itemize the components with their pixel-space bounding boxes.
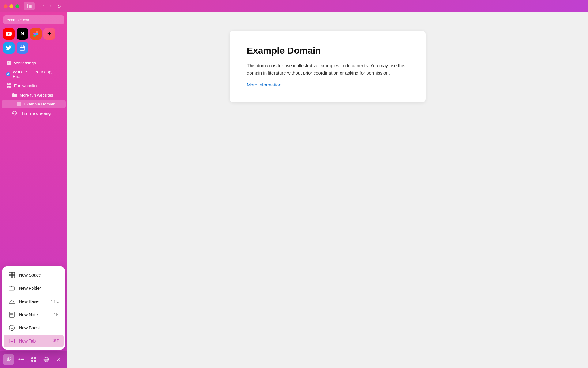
sidebar-item-drawing[interactable]: This is a drawing [2, 109, 66, 118]
svg-rect-3 [29, 7, 32, 8]
sidebar-toggle[interactable] [24, 2, 35, 10]
sidebar-item-example-domain[interactable]: Example Domain [2, 100, 66, 108]
svg-rect-15 [9, 86, 11, 88]
popup-new-space[interactable]: New Space [4, 269, 64, 282]
minimize-button[interactable] [9, 4, 13, 8]
popup-new-easel[interactable]: New Easel ⌃⇧E [4, 295, 64, 308]
traffic-lights [4, 4, 19, 8]
new-note-shortcut: ⌃N [53, 312, 59, 317]
new-space-label: New Space [19, 273, 59, 278]
main-layout: example.com N ✦ [0, 12, 588, 368]
sidebar-item-work-things[interactable]: Work things [2, 58, 66, 67]
bookmarks-row-1: N ✦ [0, 27, 67, 42]
bookmark-twitter[interactable] [3, 42, 15, 54]
svg-rect-17 [9, 272, 12, 275]
svg-point-33 [19, 359, 20, 360]
new-folder-icon [9, 285, 15, 292]
sidebar-item-workos[interactable]: W WorkOS — Your app, En... [2, 68, 66, 81]
sidebar-bottom-toolbar: 🖼 [0, 351, 67, 368]
profile-button[interactable]: 🖼 [3, 354, 14, 365]
dots-button[interactable] [16, 354, 27, 365]
address-bar[interactable]: example.com [3, 15, 64, 24]
sidebar-item-fun-websites[interactable]: Fun websites [2, 81, 66, 90]
svg-rect-10 [7, 63, 9, 65]
fun-websites-label: Fun websites [14, 83, 39, 88]
space-icon [6, 60, 12, 66]
new-note-label: New Note [19, 312, 49, 317]
popup-new-tab[interactable]: New Tab ⌘T [4, 335, 64, 347]
new-tab-popup-label: New Tab [19, 339, 49, 343]
new-tab-popup-icon [9, 338, 15, 344]
new-space-icon [9, 272, 15, 278]
bookmarks-row-2 [0, 42, 67, 57]
bookmark-figma[interactable] [30, 28, 42, 40]
more-fun-websites-label: More fun websites [20, 93, 53, 98]
svg-rect-5 [21, 45, 22, 47]
bookmark-calendar[interactable] [17, 42, 28, 54]
svg-rect-20 [12, 275, 15, 278]
svg-rect-19 [9, 275, 12, 278]
new-tab-popup-shortcut: ⌘T [53, 339, 59, 343]
svg-rect-2 [29, 6, 32, 7]
content-area: Example Domain This domain is for use in… [67, 12, 588, 368]
sidebar-item-more-fun-websites[interactable]: More fun websites [2, 90, 66, 100]
svg-rect-8 [7, 61, 9, 63]
bookmark-notion[interactable]: N [17, 28, 28, 40]
globe-button[interactable] [41, 354, 52, 365]
new-easel-shortcut: ⌃⇧E [50, 299, 59, 304]
svg-rect-6 [23, 45, 24, 47]
work-things-label: Work things [14, 61, 36, 65]
webpage-body: This domain is for use in illustrative e… [247, 62, 409, 77]
bookmark-youtube[interactable] [3, 28, 15, 40]
forward-button[interactable]: › [48, 2, 53, 10]
drawing-label: This is a drawing [20, 111, 51, 116]
svg-rect-9 [9, 61, 11, 63]
close-sidebar-button[interactable]: ✕ [53, 354, 64, 365]
webpage-card: Example Domain This domain is for use in… [230, 31, 426, 102]
new-boost-icon [9, 324, 15, 331]
grid-button[interactable] [28, 354, 39, 365]
bookmark-app1[interactable]: ✦ [43, 28, 55, 40]
easel-icon [12, 110, 17, 116]
workos-label: WorkOS — Your app, En... [13, 70, 61, 79]
back-button[interactable]: ‹ [41, 2, 46, 10]
svg-point-35 [22, 359, 24, 360]
svg-rect-18 [12, 272, 15, 275]
svg-rect-36 [31, 357, 33, 359]
new-easel-icon [9, 298, 15, 305]
webpage-more-info-link[interactable]: More information... [247, 82, 285, 87]
tab-favicon [17, 102, 21, 106]
svg-rect-11 [9, 63, 11, 65]
svg-rect-12 [7, 83, 9, 85]
svg-point-34 [21, 359, 22, 360]
nav-controls: ‹ › ↻ [41, 2, 63, 10]
popup-new-folder[interactable]: New Folder [4, 282, 64, 295]
svg-rect-7 [20, 47, 25, 48]
svg-rect-13 [9, 83, 11, 85]
webpage-title: Example Domain [247, 45, 409, 56]
workos-icon: W [6, 72, 10, 76]
svg-rect-39 [34, 360, 36, 362]
new-folder-label: New Folder [19, 286, 59, 291]
svg-rect-14 [7, 86, 9, 88]
svg-rect-1 [29, 5, 32, 6]
example-domain-label: Example Domain [24, 102, 55, 106]
maximize-button[interactable] [15, 4, 19, 8]
titlebar: ‹ › ↻ [0, 0, 588, 12]
folder-icon [12, 92, 17, 98]
reload-button[interactable]: ↻ [55, 2, 63, 10]
fun-websites-icon [6, 83, 12, 88]
svg-rect-0 [27, 4, 28, 8]
popup-new-note[interactable]: New Note ⌃N [4, 308, 64, 321]
svg-rect-37 [34, 357, 36, 359]
sidebar: example.com N ✦ [0, 12, 67, 368]
svg-rect-38 [31, 360, 33, 362]
new-boost-label: New Boost [19, 325, 59, 330]
popup-new-boost[interactable]: New Boost [4, 321, 64, 334]
svg-point-16 [13, 111, 17, 115]
new-note-icon [9, 311, 15, 318]
close-button[interactable] [4, 4, 8, 8]
svg-rect-4 [20, 46, 25, 50]
new-easel-label: New Easel [19, 299, 47, 304]
popup-menu: New Space New Folder [2, 266, 65, 350]
